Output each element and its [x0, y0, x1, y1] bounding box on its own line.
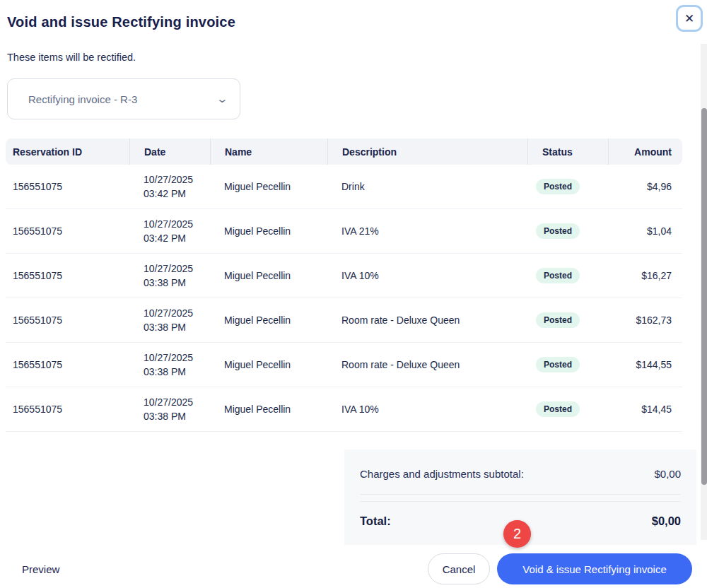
- summary-divider: [360, 494, 681, 502]
- rectified-items-table: Reservation ID Date Name Description Sta…: [6, 139, 682, 432]
- cell-date: 10/27/2025 03:38 PM: [129, 351, 210, 379]
- status-badge: Posted: [536, 312, 580, 328]
- status-badge: Posted: [536, 268, 580, 283]
- cell-reservation-id: 156551075: [6, 270, 129, 281]
- cell-time-value: 03:38 PM: [144, 276, 186, 290]
- cell-description: Drink: [327, 181, 527, 192]
- cell-description: IVA 10%: [327, 404, 527, 415]
- cell-date-value: 10/27/2025: [144, 261, 193, 276]
- column-header-status: Status: [527, 139, 608, 165]
- cell-amount: $162,73: [608, 314, 682, 326]
- cell-reservation-id: 156551075: [6, 225, 129, 237]
- cell-date: 10/27/2025 03:38 PM: [129, 306, 210, 334]
- cell-description: IVA 21%: [327, 225, 527, 237]
- cell-date-value: 10/27/2025: [144, 395, 193, 409]
- cancel-button[interactable]: Cancel: [428, 553, 490, 584]
- cell-status: Posted: [527, 179, 608, 194]
- close-icon: ✕: [684, 13, 694, 25]
- total-value: $0,00: [652, 514, 681, 528]
- column-header-name: Name: [210, 139, 327, 165]
- cell-status: Posted: [527, 312, 608, 328]
- cell-date: 10/27/2025 03:42 PM: [129, 217, 210, 245]
- cell-reservation-id: 156551075: [6, 314, 129, 326]
- total-label: Total:: [360, 514, 391, 528]
- cell-time-value: 03:42 PM: [144, 187, 186, 201]
- table-row: 156551075 10/27/2025 03:38 PM Miguel Pec…: [6, 343, 682, 387]
- cell-date: 10/27/2025 03:38 PM: [129, 395, 210, 423]
- subtotal-row: Charges and adjustments subtotal: $0,00: [344, 449, 696, 494]
- cell-amount: $1,04: [608, 225, 682, 237]
- status-badge: Posted: [536, 401, 580, 417]
- cell-status: Posted: [527, 357, 608, 372]
- rectifying-invoice-select[interactable]: Rectifying invoice - R-3 ⌄: [7, 78, 240, 119]
- cell-date-value: 10/27/2025: [144, 217, 193, 231]
- cell-status: Posted: [527, 223, 608, 239]
- cell-time-value: 03:38 PM: [144, 365, 186, 379]
- scrollbar-thumb[interactable]: [701, 108, 707, 485]
- status-badge: Posted: [536, 223, 580, 239]
- cell-reservation-id: 156551075: [6, 404, 129, 415]
- cell-amount: $144,55: [608, 359, 682, 370]
- cell-name: Miguel Pecellin: [210, 359, 327, 370]
- cell-amount: $4,96: [608, 181, 682, 192]
- cell-name: Miguel Pecellin: [210, 270, 327, 281]
- cell-time-value: 03:42 PM: [144, 231, 186, 245]
- cell-name: Miguel Pecellin: [210, 404, 327, 415]
- cell-description: Room rate - Deluxe Queen: [327, 314, 527, 326]
- table-row: 156551075 10/27/2025 03:38 PM Miguel Pec…: [6, 387, 682, 432]
- table-row: 156551075 10/27/2025 03:38 PM Miguel Pec…: [6, 254, 682, 298]
- step-badge: 2: [503, 520, 531, 548]
- cell-reservation-id: 156551075: [6, 359, 129, 370]
- status-badge: Posted: [536, 179, 580, 194]
- cell-date: 10/27/2025 03:42 PM: [129, 172, 210, 201]
- cell-date-value: 10/27/2025: [144, 306, 193, 320]
- cell-name: Miguel Pecellin: [210, 225, 327, 237]
- close-button[interactable]: ✕: [676, 5, 703, 32]
- cell-amount: $14,45: [608, 404, 682, 415]
- cell-status: Posted: [527, 268, 608, 283]
- table-row: 156551075 10/27/2025 03:42 PM Miguel Pec…: [6, 209, 682, 254]
- column-header-reservation-id: Reservation ID: [6, 139, 129, 165]
- cell-name: Miguel Pecellin: [210, 181, 327, 192]
- cell-amount: $16,27: [608, 270, 682, 281]
- table-body: 156551075 10/27/2025 03:42 PM Miguel Pec…: [6, 165, 682, 432]
- status-badge: Posted: [536, 357, 580, 372]
- cell-description: Room rate - Deluxe Queen: [327, 359, 527, 370]
- modal-subtitle: These items will be rectified.: [7, 52, 707, 63]
- subtotal-label: Charges and adjustments subtotal:: [360, 468, 524, 480]
- column-header-description: Description: [327, 139, 527, 165]
- cell-date: 10/27/2025 03:38 PM: [129, 261, 210, 290]
- table-row: 156551075 10/27/2025 03:38 PM Miguel Pec…: [6, 298, 682, 343]
- table-header-row: Reservation ID Date Name Description Sta…: [6, 139, 682, 165]
- cell-reservation-id: 156551075: [6, 181, 129, 192]
- subtotal-value: $0,00: [654, 468, 681, 480]
- column-header-amount: Amount: [608, 139, 682, 165]
- table-row: 156551075 10/27/2025 03:42 PM Miguel Pec…: [6, 165, 682, 209]
- cell-date-value: 10/27/2025: [144, 172, 193, 187]
- column-header-date: Date: [129, 139, 210, 165]
- cell-time-value: 03:38 PM: [144, 409, 186, 423]
- footer: Preview Cancel Void & issue Rectifying i…: [0, 553, 707, 584]
- cell-status: Posted: [527, 401, 608, 417]
- cell-name: Miguel Pecellin: [210, 314, 327, 326]
- page-title: Void and issue Rectifying invoice: [7, 14, 707, 30]
- cell-date-value: 10/27/2025: [144, 351, 193, 365]
- void-issue-rectifying-invoice-button[interactable]: Void & issue Rectifying invoice: [497, 553, 692, 584]
- select-value: Rectifying invoice - R-3: [28, 93, 218, 105]
- preview-link[interactable]: Preview: [22, 563, 59, 575]
- cell-description: IVA 10%: [327, 270, 527, 281]
- chevron-down-icon: ⌄: [216, 93, 229, 105]
- cell-time-value: 03:38 PM: [144, 320, 186, 334]
